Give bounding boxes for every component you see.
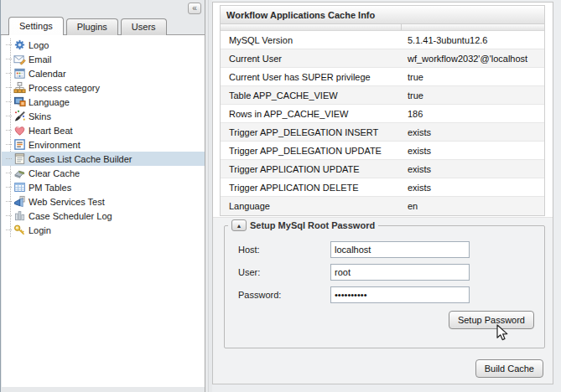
info-row: Current User has SUPER privilegetrue (221, 68, 544, 86)
sidebar-item-web-services-test[interactable]: Web Services Test (2, 194, 205, 209)
sidebar-item-label: Login (29, 225, 51, 235)
info-row-value: true (402, 90, 423, 101)
tree-connector (6, 144, 12, 145)
info-row-label: Trigger APPLICATION UPDATE (221, 164, 402, 174)
calendar-icon (13, 67, 26, 80)
pm-tables-icon (13, 181, 26, 193)
sidebar-item-process-category[interactable]: Process category (2, 80, 205, 95)
tab-settings[interactable]: Settings (8, 17, 64, 35)
info-row-value: en (402, 201, 418, 211)
sidebar-item-calendar[interactable]: Calendar (2, 66, 205, 80)
sidebar-item-skins[interactable]: Skins (2, 109, 205, 123)
info-row-label: Current User has SUPER privilege (221, 72, 402, 82)
sidebar-tabs: SettingsPluginsUsers (1, 17, 205, 35)
build-cache-button[interactable]: Build Cache (475, 359, 543, 378)
sidebar-item-label: Email (29, 54, 52, 64)
tree-connector (6, 73, 12, 74)
info-row-value: exists (402, 164, 431, 174)
tree-connector (6, 130, 12, 131)
tree-connector (6, 201, 12, 202)
tree-connector (6, 59, 12, 59)
info-row: Rows in APP_CACHE_VIEW186 (221, 105, 544, 123)
settings-sidebar: « SettingsPluginsUsers LogoEmailCalendar… (0, 0, 205, 392)
sidebar-item-label: Calendar (29, 69, 66, 79)
info-row: Languageen (221, 197, 544, 215)
sidebar-item-login[interactable]: Login (2, 223, 205, 237)
info-row-label: Trigger APP_DELEGATION INSERT (221, 127, 402, 137)
sidebar-item-logo[interactable]: Logo (2, 38, 205, 52)
host-input[interactable] (330, 241, 470, 258)
fieldset-legend: ▲ Setup MySql Root Password (228, 219, 378, 231)
info-row-value: 5.1.41-3ubuntu12.6 (402, 35, 487, 45)
sidebar-item-label: Cases List Cache Builder (29, 154, 132, 164)
tree-connector (6, 230, 12, 230)
tree-connector (6, 44, 12, 45)
info-row-label: Table APP_CACHE_VIEW (221, 90, 402, 101)
tab-users[interactable]: Users (121, 18, 167, 35)
sidebar-item-clear-cache[interactable]: Clear Cache (2, 166, 205, 180)
host-label: Host: (238, 245, 330, 255)
tab-plugins[interactable]: Plugins (66, 18, 118, 35)
sidebar-item-label: Clear Cache (29, 168, 80, 178)
mysql-root-password-fieldset: ▲ Setup MySql Root Password Host:User:Pa… (224, 225, 545, 348)
info-row: Current Userwf_workflow2032'@'localhost (221, 49, 544, 68)
sidebar-item-cases-list-cache-builder[interactable]: Cases List Cache Builder (2, 152, 205, 166)
fieldset-collapse-button[interactable]: ▲ (231, 219, 247, 231)
info-row-value: exists (402, 183, 431, 193)
sidebar-collapse-button[interactable]: « (188, 3, 201, 14)
fieldset-title: Setup MySql Root Password (250, 220, 375, 230)
password-input[interactable] (330, 286, 470, 303)
environment-icon (13, 138, 26, 151)
process-category-icon (13, 81, 26, 94)
info-row-value: wf_workflow2032'@'localhost (402, 54, 527, 64)
info-row-label: Current User (221, 54, 402, 64)
info-row-label: Language (221, 201, 402, 211)
heart-beat-icon (13, 124, 26, 137)
form-section: ▲ Setup MySql Root Password Host:User:Pa… (213, 217, 553, 384)
grid-header (221, 24, 544, 31)
sidebar-item-label: Web Services Test (29, 197, 105, 207)
clear-cache-icon (13, 167, 26, 179)
password-label: Password: (238, 290, 330, 300)
sidebar-item-heart-beat[interactable]: Heart Beat (2, 123, 205, 137)
sidebar-item-language[interactable]: Language (2, 95, 205, 109)
cache-info-panel: Workflow Applications Cache Info MySQL V… (212, 2, 553, 384)
info-row: Trigger APP_DELEGATION UPDATEexists (221, 142, 544, 160)
sidebar-item-email[interactable]: Email (2, 52, 205, 66)
user-label: User: (238, 267, 330, 277)
info-row-label: MySQL Version (221, 35, 402, 45)
tree-connector (6, 173, 12, 173)
sidebar-item-label: Environment (29, 140, 81, 150)
user-input[interactable] (330, 264, 470, 281)
info-row-value: true (402, 72, 423, 82)
panel-splitter[interactable] (206, 0, 212, 392)
password-field-row: Password: (238, 286, 544, 303)
skins-icon (13, 110, 26, 122)
info-row-label: Trigger APP_DELEGATION UPDATE (221, 146, 402, 156)
tree-connector (6, 116, 12, 116)
logo-icon (13, 39, 26, 51)
cases-list-cache-builder-icon (13, 152, 26, 165)
tree-connector (6, 87, 12, 88)
sidebar-item-environment[interactable]: Environment (2, 137, 205, 152)
info-row-label: Trigger APPLICATION DELETE (221, 183, 402, 193)
sidebar-item-case-scheduler-log[interactable]: Case Scheduler Log (2, 209, 205, 223)
settings-tree: LogoEmailCalendarProcess categoryLanguag… (2, 35, 205, 387)
sidebar-item-label: Language (29, 97, 70, 107)
login-icon (13, 224, 26, 236)
info-rows: MySQL Version5.1.41-3ubuntu12.6Current U… (221, 31, 544, 215)
tree-connector (6, 101, 12, 102)
cache-info-grid: Workflow Applications Cache Info MySQL V… (220, 5, 545, 216)
sidebar-item-label: Process category (29, 83, 100, 93)
setup-password-button[interactable]: Setup Password (449, 311, 534, 329)
user-field-row: User: (238, 264, 544, 281)
sidebar-item-pm-tables[interactable]: PM Tables (2, 180, 205, 194)
info-row: Trigger APPLICATION UPDATEexists (221, 160, 544, 178)
host-field-row: Host: (238, 241, 544, 258)
sidebar-item-label: Skins (29, 111, 51, 121)
info-row-value: exists (402, 127, 431, 137)
info-row-value: 186 (402, 109, 423, 119)
tree-connector (6, 215, 12, 216)
info-row: MySQL Version5.1.41-3ubuntu12.6 (221, 31, 544, 49)
tree-connector (6, 187, 12, 188)
